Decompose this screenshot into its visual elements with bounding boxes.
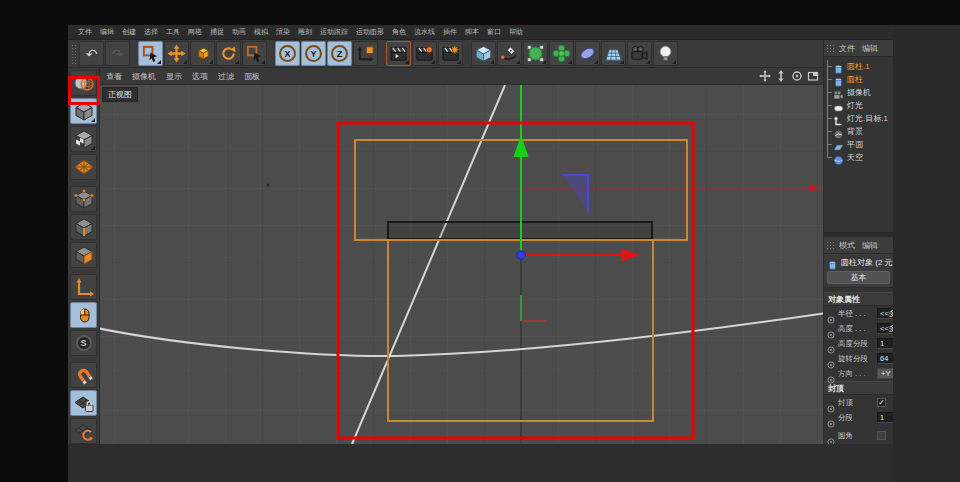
viewport[interactable]: 正视图 — [100, 85, 823, 444]
attribute-input[interactable]: 1 — [877, 412, 893, 423]
viewport-menu-item[interactable]: 过滤 — [218, 71, 234, 82]
object-list-item[interactable]: 背景 — [824, 125, 893, 138]
pan-view-icon[interactable] — [759, 70, 771, 82]
object-manager-menu-item[interactable]: 文件 — [839, 43, 855, 54]
viewport-menu-item[interactable]: 摄像机 — [132, 71, 156, 82]
attribute-manager-menu-item[interactable]: 编辑 — [862, 240, 878, 251]
attribute-checkbox[interactable]: ✓ — [877, 398, 886, 407]
axis-y-button[interactable]: Y — [301, 41, 326, 66]
toggle-panel-icon[interactable] — [807, 70, 819, 82]
live-selection-button[interactable] — [138, 41, 163, 66]
object-list-item[interactable]: 灯光.目标.1 — [824, 112, 893, 125]
viewport-menu-item[interactable]: 查看 — [106, 71, 122, 82]
menu-item[interactable]: 角色 — [392, 27, 406, 37]
menu-item[interactable]: 插件 — [443, 27, 457, 37]
camera-button[interactable] — [627, 41, 652, 66]
object-list-item[interactable]: 圆柱 — [824, 73, 893, 86]
tree-connector — [824, 86, 833, 99]
last-selection-button[interactable] — [242, 41, 267, 66]
attribute-input[interactable]: 1 — [877, 338, 893, 349]
move-button[interactable] — [164, 41, 189, 66]
redo-button[interactable]: ↷ — [105, 41, 130, 66]
render-view-button[interactable] — [386, 41, 411, 66]
spline-pen-button[interactable] — [497, 41, 522, 66]
spline-primitive-button[interactable] — [575, 41, 600, 66]
viewport-menu-item[interactable]: 面板 — [244, 71, 260, 82]
object-manager-menu-item[interactable]: 编辑 — [862, 43, 878, 54]
menu-item[interactable]: 雕刻 — [298, 27, 312, 37]
menu-item[interactable]: 文件 — [78, 27, 92, 37]
axis-x-button[interactable]: X — [275, 41, 300, 66]
viewport-menu-item[interactable]: 显示 — [166, 71, 182, 82]
deformer-button[interactable] — [549, 41, 574, 66]
animation-ring-icon[interactable] — [827, 325, 835, 333]
menu-item[interactable]: 捕捉 — [210, 27, 224, 37]
menu-item[interactable]: 帮助 — [509, 27, 523, 37]
menu-item[interactable]: 工具 — [166, 27, 180, 37]
workplane-align-button[interactable] — [70, 418, 97, 444]
axis-z-button[interactable]: Z — [327, 41, 352, 66]
undo-button[interactable]: ↶ — [79, 41, 104, 66]
menu-item[interactable]: 网格 — [188, 27, 202, 37]
attribute-dropdown[interactable]: +Y — [877, 368, 893, 379]
workplane-mode-button[interactable] — [70, 154, 97, 180]
rotate-view-icon[interactable] — [791, 70, 803, 82]
animation-ring-icon[interactable] — [827, 414, 835, 422]
object-list-item[interactable]: 天空 — [824, 151, 893, 164]
animation-ring-icon[interactable] — [827, 432, 835, 440]
animation-ring-icon[interactable] — [827, 399, 835, 407]
attribute-input[interactable]: 64 — [877, 353, 893, 364]
texture-mode-button[interactable] — [70, 126, 97, 152]
tab-basic[interactable]: 基本 — [827, 271, 890, 284]
rotate-button[interactable] — [216, 41, 241, 66]
scale-button[interactable] — [190, 41, 215, 66]
object-list-item[interactable]: 灯光 — [824, 99, 893, 112]
animation-ring-icon[interactable] — [827, 310, 835, 318]
menu-item[interactable]: 运动图形 — [356, 27, 384, 37]
panel-grip-icon[interactable] — [826, 44, 835, 53]
coordinate-system-button[interactable] — [353, 41, 378, 66]
model-mode-button[interactable] — [70, 98, 97, 124]
make-editable-button[interactable] — [70, 70, 97, 96]
snap-button[interactable] — [70, 362, 97, 388]
menu-item[interactable]: 模拟 — [254, 27, 268, 37]
panel-grip-icon[interactable] — [826, 241, 835, 250]
object-list-item[interactable]: 平面 — [824, 138, 893, 151]
menu-item[interactable]: 窗口 — [487, 27, 501, 37]
floor-button[interactable] — [601, 41, 626, 66]
menu-item[interactable]: 脚本 — [465, 27, 479, 37]
attribute-object-row[interactable]: 圆柱对象 (2 元素) — [824, 254, 893, 270]
animation-ring-icon[interactable] — [827, 370, 835, 378]
animation-ring-icon[interactable] — [827, 340, 835, 348]
solo-s-button[interactable]: S — [70, 330, 97, 356]
menu-item[interactable]: 选择 — [144, 27, 158, 37]
light-button[interactable] — [653, 41, 678, 66]
attribute-input[interactable]: <<多重值>> — [877, 323, 893, 334]
attribute-manager-menu-item[interactable]: 模式 — [839, 240, 855, 251]
object-list-item[interactable]: 圆柱.1 — [824, 60, 893, 73]
polygons-mode-button[interactable] — [70, 242, 97, 268]
menu-item[interactable]: 流水线 — [414, 27, 435, 37]
attribute-input[interactable]: <<多重值>> — [877, 308, 893, 319]
points-mode-button[interactable] — [70, 186, 97, 212]
toolbar-grip[interactable] — [71, 44, 76, 64]
render-settings-button[interactable] — [438, 41, 463, 66]
menu-item[interactable]: 动画 — [232, 27, 246, 37]
menu-item[interactable]: 运动跟踪 — [320, 27, 348, 37]
mouse-tweak-button[interactable] — [70, 302, 97, 328]
menu-item[interactable]: 创建 — [122, 27, 136, 37]
viewport-menu-item[interactable]: 选项 — [192, 71, 208, 82]
workplane-lock-button[interactable] — [70, 390, 97, 416]
object-list-item[interactable]: 摄像机 — [824, 86, 893, 99]
attribute-checkbox[interactable] — [877, 431, 886, 440]
subdivision-surface-button[interactable] — [523, 41, 548, 66]
dolly-view-icon[interactable] — [775, 70, 787, 82]
menu-item[interactable]: 渲染 — [276, 27, 290, 37]
primitive-cube-button[interactable] — [471, 41, 496, 66]
menu-item[interactable]: 编辑 — [100, 27, 114, 37]
axis-mode-button[interactable] — [70, 274, 97, 300]
render-region-button[interactable] — [412, 41, 437, 66]
animation-ring-icon[interactable] — [827, 355, 835, 363]
attribute-tab-row: 基本 — [824, 270, 893, 288]
edges-mode-button[interactable] — [70, 214, 97, 240]
